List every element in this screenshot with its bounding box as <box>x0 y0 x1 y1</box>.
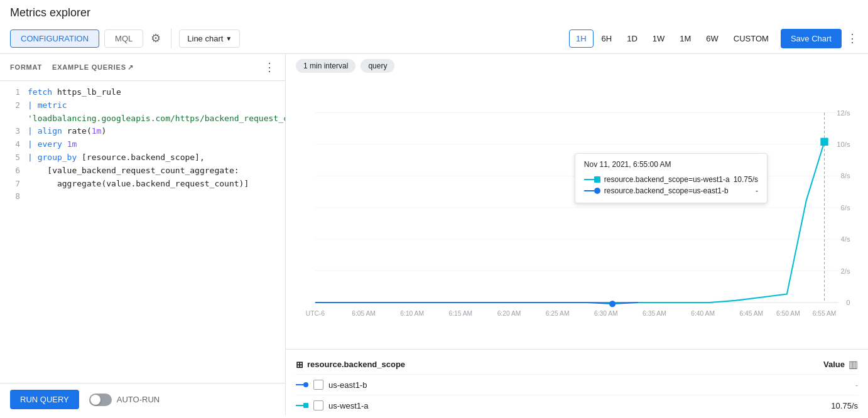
legend-val-west: 10.75/s <box>831 401 858 410</box>
tab-mql[interactable]: MQL <box>104 29 143 48</box>
time-btn-6w[interactable]: 6W <box>699 29 725 48</box>
line-number: 7 <box>5 178 20 191</box>
legend-columns-icon: ▥ <box>849 358 858 370</box>
legend-checkbox-east[interactable] <box>313 380 323 390</box>
tooltip-label-west: resource.backend_scope=us-west1-a <box>604 175 730 184</box>
line-content: aggregate(value.backend_request_count)] <box>28 178 280 191</box>
svg-text:12/s: 12/s <box>837 109 850 117</box>
bottom-bar: RUN QUERY AUTO-RUN <box>0 383 285 415</box>
tooltip-value-east: - <box>756 186 758 195</box>
chart-type-select[interactable]: Line chart ▼ <box>179 29 240 48</box>
tab-configuration[interactable]: CONFIGURATION <box>10 29 99 48</box>
divider <box>171 28 171 48</box>
format-label: FORMAT <box>10 63 42 71</box>
time-btn-1d[interactable]: 1D <box>620 29 644 48</box>
tooltip-line-east <box>584 190 594 191</box>
time-btn-1w[interactable]: 1W <box>646 29 672 48</box>
tooltip-dot-east <box>594 188 600 194</box>
autorun-label: AUTO-RUN <box>117 395 160 404</box>
chart-tags: 1 min intervalquery <box>286 54 868 78</box>
svg-text:10/s: 10/s <box>837 141 850 148</box>
tooltip-label-east: resource.backend_scope=us-east1-b <box>604 186 752 195</box>
right-panel: 1 min intervalquery 12/s 10/s 8/s 6/s 4/… <box>286 54 868 415</box>
main-layout: FORMAT EXAMPLE QUERIES ↗ ⋮ 1fetch https_… <box>0 54 868 415</box>
line-number: 2 <box>5 99 20 112</box>
line-content: | every 1m <box>28 138 280 151</box>
svg-text:6:45 AM: 6:45 AM <box>739 310 763 317</box>
svg-text:6/s: 6/s <box>841 204 850 212</box>
code-line-8: 8 <box>0 190 285 203</box>
time-btn-6h[interactable]: 6H <box>595 29 619 48</box>
code-line-7: 7 aggregate(value.backend_request_count)… <box>0 178 285 191</box>
svg-text:6:10 AM: 6:10 AM <box>400 310 424 317</box>
chart-tooltip: Nov 11, 2021, 6:55:00 AM resource.backen… <box>575 153 768 203</box>
svg-text:UTC-6: UTC-6 <box>306 310 325 317</box>
legend-line-east <box>296 382 308 387</box>
time-btn-1m[interactable]: 1M <box>673 29 698 48</box>
line-number: 4 <box>5 138 20 151</box>
legend-name-west: us-west1-a <box>328 401 826 410</box>
chart-area: 12/s 10/s 8/s 6/s 4/s 2/s 0 <box>286 78 868 349</box>
tag-chip: query <box>361 59 394 73</box>
code-editor[interactable]: 1fetch https_lb_rule2| metric 'loadbalan… <box>0 81 285 383</box>
legend-row-east: us-east1-b - <box>296 374 858 395</box>
svg-text:0: 0 <box>846 299 850 306</box>
tooltip-value-west: 10.75/s <box>734 175 758 184</box>
top-bar: CONFIGURATION MQL ⚙ Line chart ▼ 1H6H1D1… <box>0 23 868 54</box>
code-line-1: 1fetch https_lb_rule <box>0 86 285 99</box>
legend-checkbox-west[interactable] <box>313 400 323 410</box>
line-content: | group_by [resource.backend_scope], <box>28 151 280 164</box>
svg-text:6:20 AM: 6:20 AM <box>497 310 521 317</box>
svg-text:8/s: 8/s <box>841 172 850 180</box>
autorun-toggle[interactable] <box>89 394 112 406</box>
legend-group-label: resource.backend_scope <box>307 360 405 369</box>
code-line-3: 3| align rate(1m) <box>0 125 285 138</box>
legend-header: ⊞ resource.backend_scope Value ▥ <box>296 355 858 374</box>
save-chart-button[interactable]: Save Chart <box>781 29 842 48</box>
svg-text:6:40 AM: 6:40 AM <box>691 310 715 317</box>
line-number: 6 <box>5 164 20 178</box>
svg-text:2/s: 2/s <box>841 267 850 275</box>
legend-row-west: us-west1-a 10.75/s <box>296 395 858 415</box>
chart-svg: 12/s 10/s 8/s 6/s 4/s 2/s 0 <box>296 78 858 349</box>
gear-button[interactable]: ⚙ <box>148 29 163 48</box>
code-line-6: 6 [value_backend_request_count_aggregate… <box>0 164 285 178</box>
time-btn-custom[interactable]: CUSTOM <box>727 29 776 48</box>
line-content: [value_backend_request_count_aggregate: <box>28 164 280 178</box>
svg-point-16 <box>609 301 616 307</box>
svg-text:6:05 AM: 6:05 AM <box>352 310 376 317</box>
line-number: 3 <box>5 125 20 138</box>
editor-header: FORMAT EXAMPLE QUERIES ↗ ⋮ <box>0 54 285 81</box>
code-line-2: 2| metric 'loadbalancing.googleapis.com/… <box>0 99 285 126</box>
legend-name-east: us-east1-b <box>328 380 850 390</box>
tooltip-square-west <box>594 176 600 183</box>
example-queries-link[interactable]: EXAMPLE QUERIES ↗ <box>52 63 134 72</box>
legend-value-label: Value <box>823 360 845 369</box>
line-number: 5 <box>5 151 20 164</box>
svg-text:6:15 AM: 6:15 AM <box>448 310 472 317</box>
time-btn-1h[interactable]: 1H <box>569 29 594 48</box>
legend-area: ⊞ resource.backend_scope Value ▥ us-east… <box>286 349 868 415</box>
legend-group-icon: ⊞ <box>296 360 303 370</box>
app-title: Metrics explorer <box>0 0 868 23</box>
svg-text:4/s: 4/s <box>841 235 850 243</box>
more-options-button[interactable]: ⋮ <box>847 31 858 45</box>
tooltip-line-west <box>584 179 594 180</box>
editor-more-button[interactable]: ⋮ <box>264 60 275 74</box>
line-number: 8 <box>5 190 20 203</box>
tooltip-row-east: resource.backend_scope=us-east1-b - <box>584 185 758 196</box>
svg-text:6:35 AM: 6:35 AM <box>643 310 666 317</box>
autorun-toggle-container: AUTO-RUN <box>89 394 160 406</box>
tooltip-title: Nov 11, 2021, 6:55:00 AM <box>584 160 758 169</box>
line-content: fetch https_lb_rule <box>28 86 280 99</box>
left-panel: FORMAT EXAMPLE QUERIES ↗ ⋮ 1fetch https_… <box>0 54 286 415</box>
code-line-5: 5| group_by [resource.backend_scope], <box>0 151 285 164</box>
tooltip-row-west: resource.backend_scope=us-west1-a 10.75/… <box>584 174 758 185</box>
svg-rect-15 <box>820 138 828 146</box>
legend-value-area: Value ▥ <box>823 358 858 370</box>
svg-text:6:55 AM: 6:55 AM <box>813 310 837 317</box>
legend-line-west <box>296 403 308 408</box>
run-query-button[interactable]: RUN QUERY <box>10 390 79 409</box>
code-line-4: 4| every 1m <box>0 138 285 151</box>
chevron-down-icon: ▼ <box>225 35 232 42</box>
